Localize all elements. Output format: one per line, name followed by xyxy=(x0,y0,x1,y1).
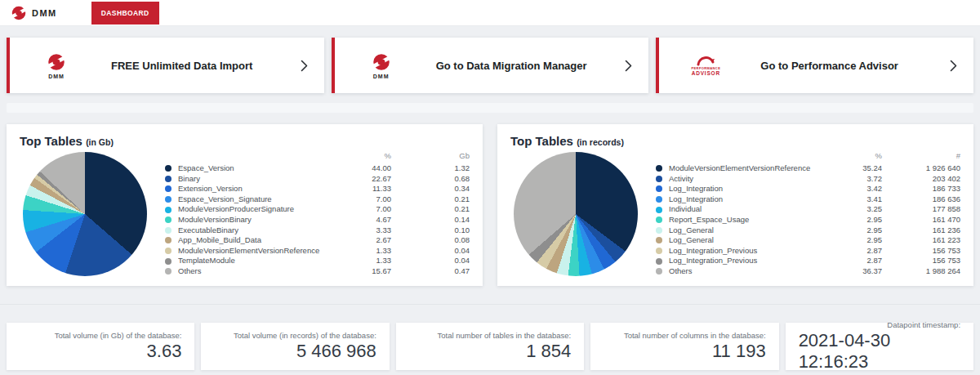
legend-row: ModuleVersionElementVersionReference 35.… xyxy=(656,163,960,174)
stat-card: Total volume (in Gb) of the database: 3.… xyxy=(7,323,194,370)
legend-header: % Gb xyxy=(165,151,470,160)
legend-value: 203 402 xyxy=(882,174,960,185)
legend-row: Log_Integration_Previous 2.87 156 753 xyxy=(656,256,960,266)
legend-swatch xyxy=(656,176,662,182)
legend-pct-header: % xyxy=(831,151,882,160)
legend-pct: 3.33 xyxy=(341,225,391,236)
legend-value: 186 733 xyxy=(882,184,960,194)
legend-pct: 2.95 xyxy=(831,235,882,246)
legend-label: ModuleVersionElementVersionReference xyxy=(669,163,831,174)
section-divider xyxy=(0,304,980,305)
chevron-right-icon xyxy=(625,60,632,72)
legend-pct: 2.67 xyxy=(341,235,391,246)
legend-label: Espace_Version_Signature xyxy=(178,194,341,205)
legend-swatch xyxy=(165,268,172,275)
legend-value: 0.14 xyxy=(391,215,470,225)
legend-swatch xyxy=(656,207,662,213)
legend-label: Log_Integration_Previous xyxy=(669,256,831,266)
legend-value: 0.08 xyxy=(391,235,470,246)
legend-label: TemplateModule xyxy=(178,256,341,266)
legend-swatch xyxy=(165,176,172,182)
legend-value: 161 470 xyxy=(882,215,960,225)
legend-row: Report_Espace_Usage 2.95 161 470 xyxy=(656,215,960,225)
legend-row: App_Mobile_Build_Data 2.67 0.08 xyxy=(165,235,470,246)
legend-pct: 2.87 xyxy=(831,256,882,266)
action-card-label: Go to Data Migration Manager xyxy=(436,60,587,72)
action-card-label: FREE Unlimited Data Import xyxy=(111,60,252,72)
action-cards-row: DMM FREE Unlimited Data Import DMM Go to… xyxy=(7,38,973,93)
legend-row: Extension_Version 11.33 0.34 xyxy=(165,184,470,194)
pie-chart-gb[interactable] xyxy=(23,152,147,276)
chart-title: Top Tables (in Gb) xyxy=(20,134,470,148)
legend-label: ModuleVersionProducerSignature xyxy=(178,204,341,215)
legend-pct: 4.67 xyxy=(341,215,391,225)
legend-value: 0.21 xyxy=(391,204,470,215)
stat-value: 5 466 968 xyxy=(296,341,376,362)
legend-row: ModuleVersionBinary 4.67 0.14 xyxy=(165,215,470,225)
stat-value: 3.63 xyxy=(147,341,182,362)
stat-value: 2021-04-30 12:16:23 xyxy=(799,330,960,373)
legend-swatch xyxy=(656,185,662,192)
stat-label: Datapoint timestamp: xyxy=(887,320,960,329)
legend-label: ExecutableBinary xyxy=(178,225,341,236)
chart-legend: % # ModuleVersionElementVersionReference… xyxy=(656,151,960,277)
card-go-to-dmm[interactable]: DMM Go to Data Migration Manager xyxy=(332,38,649,93)
legend-label: Report_Espace_Usage xyxy=(669,215,831,225)
legend-value: 0.68 xyxy=(391,174,470,185)
stat-label: Total number of columns in the database: xyxy=(624,331,766,340)
legend-row: Individual 3.25 177 858 xyxy=(656,204,960,215)
legend-swatch xyxy=(165,217,172,223)
legend-label: Activity xyxy=(669,174,831,185)
legend-label: App_Mobile_Build_Data xyxy=(178,235,341,246)
legend-row: Log_Integration 3.42 186 733 xyxy=(656,184,960,194)
dmm-brand[interactable]: DMM xyxy=(10,4,57,22)
legend-swatch xyxy=(165,248,172,254)
legend-swatch xyxy=(656,248,662,254)
legend-row: Espace_Version_Signature 7.00 0.21 xyxy=(165,194,470,205)
brand-text: DMM xyxy=(32,8,57,18)
legend-pct: 2.95 xyxy=(831,215,882,225)
legend-row: Log_General 2.95 161 236 xyxy=(656,225,960,236)
dashboard-button[interactable]: DASHBOARD xyxy=(91,2,159,25)
legend-row: Log_Integration 3.41 186 636 xyxy=(656,194,960,205)
legend-label: ModuleVersionBinary xyxy=(178,215,341,225)
legend-label: Log_Integration xyxy=(669,184,831,194)
legend-row: Binary 22.67 0.68 xyxy=(165,174,470,185)
legend-swatch xyxy=(165,196,172,203)
legend-pct: 2.87 xyxy=(831,246,882,257)
card-free-data-import[interactable]: DMM FREE Unlimited Data Import xyxy=(7,38,324,93)
legend-label: Log_Integration xyxy=(669,194,831,205)
legend-label: Others xyxy=(178,266,341,277)
legend-row: Log_Integration_Previous 2.87 156 753 xyxy=(656,246,960,257)
legend-pct-header: % xyxy=(341,151,391,160)
pie-chart-records[interactable] xyxy=(514,152,638,276)
legend-label: Log_Integration_Previous xyxy=(669,246,831,257)
action-card-label: Go to Performance Advisor xyxy=(760,60,898,72)
legend-swatch xyxy=(165,237,172,243)
legend-value: 0.21 xyxy=(391,194,470,205)
dmm-logo-icon: DMM xyxy=(33,51,80,79)
legend-value: 156 753 xyxy=(882,256,960,266)
legend-value: 0.34 xyxy=(391,184,470,194)
legend-label: Binary xyxy=(178,174,341,185)
legend-pct: 7.00 xyxy=(341,204,391,215)
stat-label: Total volume (in records) of the databas… xyxy=(234,331,376,340)
legend-value: 0.10 xyxy=(391,225,470,236)
stat-card: Total number of columns in the database:… xyxy=(590,323,778,370)
stat-value: 1 854 xyxy=(526,341,571,362)
legend-label: Log_General xyxy=(669,235,831,246)
legend-swatch xyxy=(656,258,662,265)
section-strip xyxy=(7,103,973,113)
legend-value: 1 988 264 xyxy=(882,266,960,277)
legend-value: 0.47 xyxy=(391,266,470,277)
legend-label: Others xyxy=(669,266,831,277)
legend-value: 161 236 xyxy=(882,225,960,236)
legend-swatch xyxy=(656,237,662,243)
legend-pct: 11.33 xyxy=(341,184,391,194)
legend-pct: 1.33 xyxy=(341,256,391,266)
card-go-to-performance-advisor[interactable]: PERFORMANCE ADVISOR Go to Performance Ad… xyxy=(656,38,973,93)
stat-card: Total volume (in records) of the databas… xyxy=(201,323,389,370)
legend-label: ModuleVersionElementVersionReference xyxy=(178,246,341,257)
legend-pct: 1.33 xyxy=(341,246,391,257)
stats-row: Total volume (in Gb) of the database: 3.… xyxy=(7,323,973,370)
